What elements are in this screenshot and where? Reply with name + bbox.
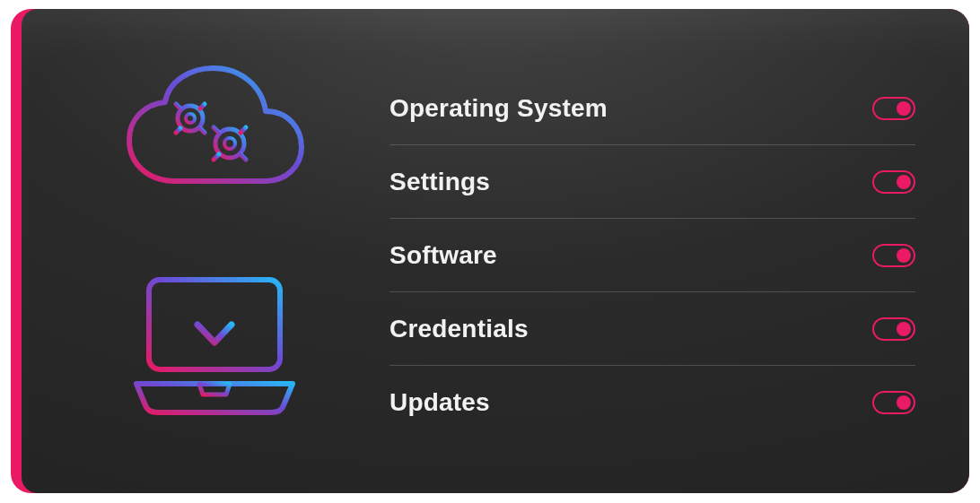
svg-line-19	[241, 154, 246, 160]
svg-line-16	[214, 127, 219, 133]
svg-point-11	[224, 138, 235, 149]
svg-line-8	[176, 128, 180, 133]
toggle-settings[interactable]	[872, 170, 915, 194]
row-operating-system: Operating System	[389, 72, 915, 145]
toggle-software[interactable]	[872, 244, 915, 267]
row-software: Software	[389, 219, 915, 292]
row-updates: Updates	[389, 366, 915, 439]
toggle-updates[interactable]	[872, 391, 915, 414]
toggle-operating-system[interactable]	[872, 97, 915, 120]
settings-card: Operating System Settings Software Crede…	[11, 9, 969, 493]
laptop-download-icon	[120, 269, 309, 421]
row-settings: Settings	[389, 145, 915, 219]
row-label: Operating System	[389, 94, 608, 123]
svg-line-6	[176, 104, 180, 108]
cloud-gears-icon	[120, 63, 309, 206]
row-credentials: Credentials	[389, 292, 915, 366]
row-label: Software	[389, 241, 497, 270]
svg-line-17	[241, 127, 246, 133]
settings-list: Operating System Settings Software Crede…	[381, 9, 969, 493]
left-icon-column	[22, 9, 381, 493]
row-label: Settings	[389, 168, 490, 196]
row-label: Updates	[389, 388, 490, 417]
settings-panel: Operating System Settings Software Crede…	[22, 9, 969, 493]
svg-line-7	[200, 104, 205, 108]
svg-line-9	[200, 128, 205, 133]
svg-line-18	[214, 154, 219, 160]
row-label: Credentials	[389, 315, 529, 343]
svg-point-1	[186, 114, 195, 123]
toggle-credentials[interactable]	[872, 317, 915, 341]
